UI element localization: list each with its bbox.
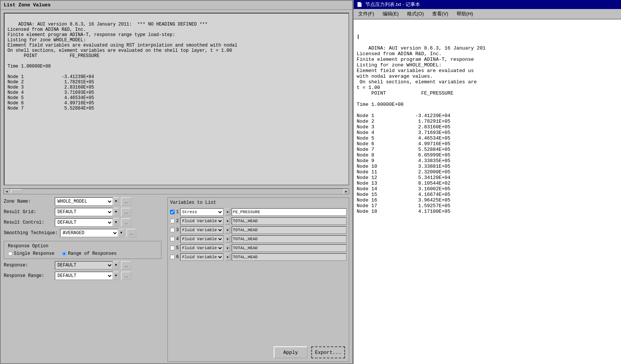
var-value-input-6[interactable] xyxy=(232,253,347,261)
result-grid-select-wrapper: DEFAULT ▼ xyxy=(55,208,119,216)
output-text-area: ADINA: AUI version 8.6.3, 16 January 201… xyxy=(4,13,349,185)
response-range-row: Response Range: DEFAULT ▼ ... xyxy=(4,272,161,280)
range-of-responses-option[interactable]: Range of Responses xyxy=(62,251,117,256)
var-value-input-1[interactable] xyxy=(232,208,347,216)
var-type-select-1[interactable]: Stress xyxy=(180,208,223,216)
result-control-select[interactable]: DEFAULT xyxy=(55,218,113,227)
variables-title: Variables to List xyxy=(170,200,347,205)
scrollbar-thumb[interactable] xyxy=(11,189,22,194)
response-option-title: Response Option xyxy=(8,244,157,249)
response-select-wrapper: DEFAULT ▼ xyxy=(55,261,119,269)
single-response-radio[interactable] xyxy=(8,251,12,256)
range-of-responses-label: Range of Responses xyxy=(68,251,117,256)
output-content: ADINA: AUI version 8.6.3, 16 January 201… xyxy=(8,22,237,111)
var-type-select-6[interactable]: Fluid Variable xyxy=(180,253,223,261)
var-type-select-4[interactable]: Fluid Variable xyxy=(180,235,223,243)
var-value-input-2[interactable] xyxy=(232,217,347,225)
result-grid-row: Result Grid: DEFAULT ▼ ... xyxy=(4,208,161,216)
notepad-window: 📄 节点压力列表.txt - 记事本 文件(F) 编辑(E) 格式(O) 查看(… xyxy=(353,0,621,364)
var-num-2: 2 xyxy=(176,218,179,224)
horizontal-scrollbar[interactable]: ◄ ► xyxy=(4,188,349,194)
result-grid-label: Result Grid: xyxy=(4,209,53,215)
response-option-group: Response Option Single Response Range of… xyxy=(4,241,161,259)
var-value-input-4[interactable] xyxy=(232,235,347,243)
response-range-select-wrapper: DEFAULT ▼ xyxy=(55,272,119,280)
apply-button[interactable]: Apply xyxy=(274,346,307,358)
var-type-arrow-1[interactable]: ▼ xyxy=(225,208,230,216)
response-arrow[interactable]: ▼ xyxy=(113,261,119,269)
var-checkbox-4[interactable] xyxy=(170,237,175,241)
result-control-arrow[interactable]: ▼ xyxy=(113,218,119,227)
variable-row-3: 3 Fluid Variable ▼ xyxy=(170,226,347,234)
response-dots-button[interactable]: ... xyxy=(121,261,131,269)
var-type-select-5[interactable]: Fluid Variable xyxy=(180,244,223,252)
response-range-arrow[interactable]: ▼ xyxy=(113,272,119,280)
var-num-4: 4 xyxy=(176,236,179,242)
range-of-responses-radio[interactable] xyxy=(62,251,66,256)
notepad-text: ADINA: AUI version 8.6.3, 16 January 201… xyxy=(357,45,485,214)
smoothing-dots-button[interactable]: ... xyxy=(127,229,136,237)
variable-row-2: 2 Fluid Variable ▼ xyxy=(170,217,347,225)
left-form-controls: Zone Name: WHOLE_MODEL ▼ ... Result Grid… xyxy=(4,197,161,362)
menu-help[interactable]: 帮助(H) xyxy=(454,10,476,18)
scroll-right-arrow[interactable]: ► xyxy=(344,189,349,194)
response-label: Response: xyxy=(4,263,53,268)
response-option-radio-row: Single Response Range of Responses xyxy=(8,251,157,256)
zone-name-arrow[interactable]: ▼ xyxy=(113,197,119,206)
notepad-cursor-line: | xyxy=(357,34,618,40)
dialog-title-text: List Zone Values xyxy=(4,2,51,8)
var-type-arrow-2[interactable]: ▼ xyxy=(225,217,230,225)
var-num-6: 6 xyxy=(176,254,179,260)
zone-name-dots-button[interactable]: ... xyxy=(121,197,131,206)
smoothing-technique-select[interactable]: AVERAGED xyxy=(60,229,118,237)
var-type-arrow-6[interactable]: ▼ xyxy=(225,253,230,261)
result-control-dots-button[interactable]: ... xyxy=(121,218,131,227)
response-range-select[interactable]: DEFAULT xyxy=(55,272,113,280)
var-checkbox-5[interactable] xyxy=(170,246,175,250)
var-type-arrow-4[interactable]: ▼ xyxy=(225,235,230,243)
smoothing-technique-row: Smoothing Technique: AVERAGED ▼ ... xyxy=(4,229,161,237)
menu-file[interactable]: 文件(F) xyxy=(355,10,377,18)
response-select[interactable]: DEFAULT xyxy=(55,261,113,269)
zone-name-label: Zone Name: xyxy=(4,199,53,204)
var-type-select-3[interactable]: Fluid Variable xyxy=(180,226,223,234)
notepad-content-area[interactable]: | ADINA: AUI version 8.6.3, 16 January 2… xyxy=(354,19,621,364)
var-value-input-3[interactable] xyxy=(232,226,347,234)
single-response-option[interactable]: Single Response xyxy=(8,251,54,256)
left-dialog: List Zone Values ADINA: AUI version 8.6.… xyxy=(0,0,353,364)
menu-view[interactable]: 查看(V) xyxy=(429,10,451,18)
export-button[interactable]: Export... xyxy=(311,346,345,358)
var-checkbox-1[interactable] xyxy=(170,210,175,214)
zone-name-select-wrapper: WHOLE_MODEL ▼ xyxy=(55,197,119,206)
var-num-1: 1 xyxy=(176,209,179,215)
variable-row-6: 6 Fluid Variable ▼ xyxy=(170,253,347,261)
result-grid-select[interactable]: DEFAULT xyxy=(55,208,113,216)
var-type-arrow-5[interactable]: ▼ xyxy=(225,244,230,252)
var-checkbox-2[interactable] xyxy=(170,219,175,223)
menu-format[interactable]: 格式(O) xyxy=(404,10,427,18)
zone-name-row: Zone Name: WHOLE_MODEL ▼ ... xyxy=(4,197,161,206)
var-type-arrow-3[interactable]: ▼ xyxy=(225,226,230,234)
var-num-5: 5 xyxy=(176,245,179,251)
scroll-left-arrow[interactable]: ◄ xyxy=(4,189,9,194)
action-buttons: Apply Export... xyxy=(170,344,347,359)
notepad-title-bar: 📄 节点压力列表.txt - 记事本 xyxy=(354,0,621,9)
notepad-icon: 📄 xyxy=(357,2,362,7)
zone-name-select[interactable]: WHOLE_MODEL xyxy=(55,197,113,206)
response-row: Response: DEFAULT ▼ ... xyxy=(4,261,161,269)
menu-edit[interactable]: 编辑(E) xyxy=(380,10,402,18)
single-response-label: Single Response xyxy=(14,251,54,256)
smoothing-arrow[interactable]: ▼ xyxy=(118,229,124,237)
variable-row-4: 4 Fluid Variable ▼ xyxy=(170,235,347,243)
var-type-select-2[interactable]: Fluid Variable xyxy=(180,217,223,225)
var-num-3: 3 xyxy=(176,227,179,233)
var-value-input-5[interactable] xyxy=(232,244,347,252)
result-grid-dots-button[interactable]: ... xyxy=(121,208,131,216)
variable-row-5: 5 Fluid Variable ▼ xyxy=(170,244,347,252)
result-grid-arrow[interactable]: ▼ xyxy=(113,208,119,216)
response-range-label: Response Range: xyxy=(4,273,53,278)
dialog-title: List Zone Values xyxy=(1,1,352,10)
var-checkbox-3[interactable] xyxy=(170,228,175,232)
response-range-dots-button[interactable]: ... xyxy=(121,272,131,280)
var-checkbox-6[interactable] xyxy=(170,255,175,259)
